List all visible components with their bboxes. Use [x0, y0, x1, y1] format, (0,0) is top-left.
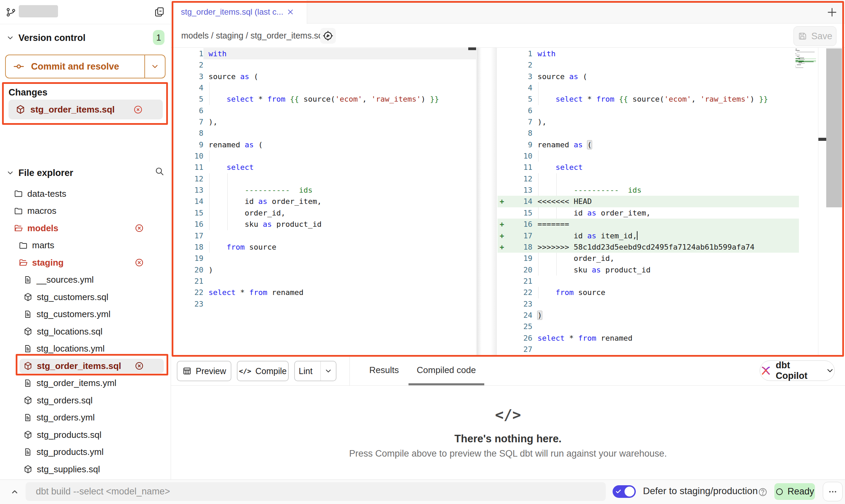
discard-change-icon[interactable]: [133, 105, 143, 115]
command-input[interactable]: [26, 486, 606, 497]
code-line-8[interactable]: 8: [498, 128, 818, 139]
code-line-22[interactable]: 22 from source: [498, 287, 818, 298]
tree-item-stg-supplies-sql[interactable]: stg_supplies.sql: [0, 461, 171, 478]
code-line-22[interactable]: 22select * from renamed: [173, 287, 476, 298]
editor-pane-previous[interactable]: 1with23source as (45 select * from {{ so…: [173, 48, 476, 357]
help-question-icon[interactable]: [758, 487, 768, 497]
code-line-17[interactable]: 17: [173, 230, 476, 241]
code-line-2[interactable]: 2: [498, 59, 818, 71]
tab-results[interactable]: Results: [369, 365, 399, 375]
command-input-pill[interactable]: [26, 482, 606, 501]
editor-pane-current[interactable]: 1with23source as (45 select * from {{ so…: [498, 48, 818, 357]
code-line-12[interactable]: 12: [173, 173, 476, 184]
dbt-copilot-button[interactable]: dbt Copilot: [760, 360, 835, 381]
tree-item-stg-orders-yml[interactable]: stg_orders.yml: [0, 409, 171, 427]
code-line-11[interactable]: 11 select: [173, 162, 476, 173]
tree-item-data-tests[interactable]: data-tests: [0, 185, 171, 203]
tree-item-stg-customers-sql[interactable]: stg_customers.sql: [0, 288, 171, 306]
tree-item-stg-locations-yml[interactable]: stg_locations.yml: [0, 340, 171, 358]
code-line-3[interactable]: 3source as (: [498, 71, 818, 82]
code-line-7[interactable]: 7),: [498, 116, 818, 128]
tab-compiled-code[interactable]: Compiled code: [417, 365, 476, 375]
code-line-20[interactable]: 20 sku as product_id: [498, 264, 818, 276]
search-icon[interactable]: [154, 166, 164, 176]
code-line-23[interactable]: 23: [173, 298, 476, 310]
tree-item-stg-products-yml[interactable]: stg_products.yml: [0, 444, 171, 461]
tab-stg-order-items[interactable]: stg_order_items.sql (last c...: [173, 0, 307, 24]
code-line-8[interactable]: 8: [173, 128, 476, 139]
code-line-4[interactable]: 4: [173, 82, 476, 93]
version-control-section-header[interactable]: Version control: [6, 29, 149, 46]
code-line-20[interactable]: 20): [173, 264, 476, 276]
code-line-11[interactable]: 11 select: [498, 162, 818, 173]
code-line-21[interactable]: 21: [173, 276, 476, 287]
lineage-compass-button[interactable]: [320, 28, 336, 44]
lint-button[interactable]: Lint: [294, 361, 336, 381]
tree-item-models[interactable]: models: [0, 220, 171, 237]
tree-item-stg-order-items-sql[interactable]: stg_order_items.sql: [0, 357, 171, 375]
code-line-18[interactable]: +18>>>>>>> 58c1dd23d5eebd9cd2495fa7124ab…: [498, 241, 799, 253]
commit-options-caret[interactable]: [144, 55, 165, 78]
preview-button[interactable]: Preview: [177, 361, 231, 381]
code-line-17[interactable]: +17 id as item_id,: [498, 230, 799, 241]
discard-change-icon[interactable]: [134, 361, 144, 371]
code-line-7[interactable]: 7),: [173, 116, 476, 128]
code-line-26[interactable]: 26select * from renamed: [498, 332, 818, 344]
code-line-24[interactable]: 24): [498, 310, 818, 321]
code-line-6[interactable]: 6: [498, 105, 818, 116]
code-line-16[interactable]: 16 sku as product_id: [173, 219, 476, 230]
defer-toggle[interactable]: [613, 485, 636, 498]
lint-options-caret[interactable]: [320, 361, 336, 381]
commit-and-resolve-button[interactable]: Commit and resolve: [5, 55, 166, 78]
code-line-4[interactable]: 4: [498, 82, 818, 93]
tree-item-stg-orders-sql[interactable]: stg_orders.sql: [0, 392, 171, 409]
code-line-5[interactable]: 5 select * from {{ source('ecom', 'raw_i…: [173, 93, 476, 105]
minimap[interactable]: [796, 49, 816, 69]
code-line-18[interactable]: 18 from source: [173, 241, 476, 253]
code-line-15[interactable]: 15 order_id,: [173, 207, 476, 219]
right-pane-scrollbar-thumb[interactable]: [818, 138, 826, 141]
tree-item-marts[interactable]: marts: [0, 237, 171, 254]
code-line-10[interactable]: 10: [173, 150, 476, 162]
commit-button-main[interactable]: Commit and resolve: [6, 55, 144, 78]
code-line-5[interactable]: 5 select * from {{ source('ecom', 'raw_i…: [498, 93, 818, 105]
scrollbar-region[interactable]: [826, 48, 842, 207]
tree-item-stg-order-items-yml[interactable]: stg_order_items.yml: [0, 375, 171, 392]
close-icon[interactable]: [287, 8, 294, 16]
tree-item--sources-yml[interactable]: __sources.yml: [0, 271, 171, 289]
code-line-16[interactable]: +16=======: [498, 219, 799, 230]
code-line-13[interactable]: 13 ---------- ids: [498, 184, 818, 196]
save-button[interactable]: Save: [793, 26, 836, 46]
code-line-25[interactable]: 25: [498, 321, 818, 332]
discard-change-icon[interactable]: [134, 258, 144, 267]
code-line-23[interactable]: 23: [498, 298, 818, 310]
code-line-10[interactable]: 10: [498, 150, 818, 162]
code-line-1[interactable]: 1with: [498, 48, 818, 59]
tree-item-stg-locations-sql[interactable]: stg_locations.sql: [0, 323, 171, 340]
left-pane-scrollbar-thumb[interactable]: [468, 47, 476, 50]
copy-files-icon[interactable]: [154, 6, 165, 18]
code-line-14[interactable]: 14 id as order_item,: [173, 196, 476, 207]
changed-file-item[interactable]: stg_order_items.sql: [9, 100, 163, 119]
code-line-12[interactable]: 12: [498, 173, 818, 184]
tree-item-stg-products-sql[interactable]: stg_products.sql: [0, 426, 171, 444]
compile-button[interactable]: </> Compile: [237, 361, 289, 381]
new-tab-plus-icon[interactable]: [826, 6, 838, 18]
file-explorer-section-header[interactable]: File explorer: [6, 164, 143, 181]
code-line-9[interactable]: 9renamed as (: [173, 139, 476, 150]
code-line-6[interactable]: 6: [173, 105, 476, 116]
code-line-15[interactable]: 15 id as order_item,: [498, 207, 818, 219]
code-line-14[interactable]: +14<<<<<<< HEAD: [498, 196, 799, 207]
code-line-19[interactable]: 19 order_id,: [498, 253, 818, 264]
code-line-27[interactable]: 27: [498, 344, 818, 355]
branch-name-redacted[interactable]: [19, 5, 58, 17]
tree-item-macros[interactable]: macros: [0, 203, 171, 220]
code-line-21[interactable]: 21: [498, 276, 818, 287]
more-options-button[interactable]: [823, 482, 843, 501]
chevron-up-icon[interactable]: [10, 487, 20, 497]
code-line-2[interactable]: 2: [173, 59, 476, 71]
code-line-1[interactable]: 1with: [173, 48, 476, 59]
tree-item-stg-customers-yml[interactable]: stg_customers.yml: [0, 306, 171, 323]
code-line-3[interactable]: 3source as (: [173, 71, 476, 82]
code-line-9[interactable]: 9renamed as (: [498, 139, 818, 150]
